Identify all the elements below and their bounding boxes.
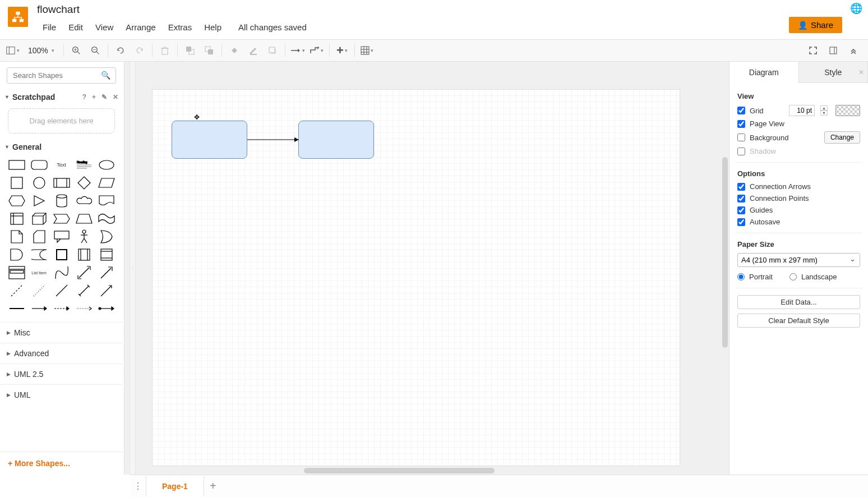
- guides-checkbox[interactable]: [737, 206, 745, 214]
- scratchpad-edit-icon[interactable]: ✎: [101, 93, 107, 101]
- category-misc[interactable]: ▶Misc: [0, 322, 123, 343]
- canvas-horizontal-scrollbar[interactable]: [304, 468, 495, 473]
- scratchpad-dropzone[interactable]: Drag elements here: [8, 108, 115, 134]
- zoom-select[interactable]: 100%▾: [22, 44, 60, 57]
- canvas-vertical-scrollbar[interactable]: [722, 157, 728, 348]
- format-panel-toggle[interactable]: [824, 42, 842, 59]
- menu-edit[interactable]: Edit: [63, 20, 89, 34]
- insert-button[interactable]: +▾: [333, 42, 351, 59]
- connection-style-button[interactable]: ▾: [289, 42, 307, 59]
- category-advanced[interactable]: ▶Advanced: [0, 343, 123, 363]
- to-back-button[interactable]: [200, 42, 218, 59]
- edit-data-button[interactable]: Edit Data...: [737, 295, 860, 309]
- sidebar-resize-handle[interactable]: ⋮: [130, 62, 136, 475]
- collapse-toolbar-button[interactable]: [844, 42, 862, 59]
- grid-color-button[interactable]: [835, 105, 860, 116]
- shape-dotted-line[interactable]: [29, 283, 49, 298]
- shape-link-dashed-arrow[interactable]: [52, 301, 72, 316]
- shape-frame-horizontal[interactable]: [96, 247, 117, 263]
- drawing-page[interactable]: ✥: [153, 90, 680, 466]
- pages-menu-button[interactable]: ⋮: [130, 481, 146, 491]
- shape-bidirectional-connector[interactable]: [74, 283, 94, 298]
- shape-link-arrow[interactable]: [29, 301, 49, 316]
- shape-note[interactable]: [7, 229, 27, 245]
- shape-process[interactable]: [52, 175, 72, 191]
- sidebar-scroll-track[interactable]: [124, 62, 130, 475]
- shape-arrow[interactable]: [96, 265, 117, 280]
- undo-button[interactable]: [112, 42, 130, 59]
- app-logo[interactable]: [8, 7, 28, 27]
- zoom-out-button[interactable]: [86, 42, 104, 59]
- shape-list-item[interactable]: List Item: [29, 265, 49, 280]
- scratchpad-help-icon[interactable]: ?: [82, 93, 86, 101]
- shape-list[interactable]: [7, 265, 27, 280]
- menu-extras[interactable]: Extras: [163, 20, 198, 34]
- shape-or[interactable]: [96, 229, 117, 245]
- shape-diamond[interactable]: [74, 175, 94, 191]
- menu-help[interactable]: Help: [198, 20, 227, 34]
- waypoint-style-button[interactable]: ▾: [308, 42, 326, 59]
- shape-line[interactable]: [52, 283, 72, 298]
- shape-container[interactable]: [52, 247, 72, 263]
- language-icon[interactable]: 🌐: [850, 2, 862, 15]
- menu-view[interactable]: View: [90, 20, 119, 34]
- shape-trapezoid[interactable]: [74, 211, 94, 227]
- tab-diagram[interactable]: Diagram: [730, 62, 799, 83]
- menu-arrange[interactable]: Arrange: [120, 20, 161, 34]
- share-button[interactable]: 👤 Share: [789, 17, 842, 33]
- shape-triangle[interactable]: [29, 193, 49, 209]
- shape-square[interactable]: [7, 175, 27, 191]
- shape-callout[interactable]: [52, 229, 72, 245]
- document-title[interactable]: flowchart: [37, 3, 312, 16]
- shape-data-storage[interactable]: [29, 247, 49, 263]
- scratchpad-header[interactable]: ▼ Scratchpad ? + ✎ ✕: [0, 89, 123, 105]
- autosave-checkbox[interactable]: [737, 218, 745, 226]
- tab-style[interactable]: Style✕: [799, 62, 869, 82]
- clear-default-style-button[interactable]: Clear Default Style: [737, 314, 860, 328]
- shape-card[interactable]: [29, 229, 49, 245]
- shape-tape[interactable]: [96, 211, 117, 227]
- shape-cylinder[interactable]: [52, 193, 72, 209]
- shape-hexagon[interactable]: [7, 193, 27, 209]
- shape-curve[interactable]: [52, 265, 72, 280]
- general-header[interactable]: ▼ General: [0, 139, 123, 155]
- orientation-landscape-radio[interactable]: [789, 273, 797, 280]
- diagram-edge[interactable]: [247, 136, 301, 144]
- shape-rounded-rectangle[interactable]: [29, 157, 49, 173]
- paper-size-select[interactable]: A4 (210 mm x 297 mm): [737, 253, 860, 267]
- scratchpad-add-icon[interactable]: +: [92, 93, 96, 101]
- shape-frame-vertical[interactable]: [74, 247, 94, 263]
- close-icon[interactable]: ✕: [858, 68, 864, 76]
- shadow-button[interactable]: [264, 42, 281, 59]
- shape-cube[interactable]: [29, 211, 49, 227]
- shape-link-segment[interactable]: [96, 301, 117, 316]
- grid-checkbox[interactable]: [737, 107, 745, 114]
- shape-parallelogram[interactable]: [96, 175, 117, 191]
- background-change-button[interactable]: Change: [824, 131, 860, 144]
- delete-button[interactable]: [156, 42, 174, 59]
- diagram-node-2[interactable]: [298, 121, 374, 159]
- shape-dashed-line[interactable]: [7, 283, 27, 298]
- canvas[interactable]: ✥: [136, 62, 729, 475]
- grid-size-input[interactable]: [789, 105, 815, 116]
- view-sidebar-toggle[interactable]: ▾: [3, 42, 21, 59]
- shape-textbox[interactable]: Heading: [74, 157, 94, 173]
- grid-step-down[interactable]: ▼: [820, 111, 828, 116]
- diagram-node-1[interactable]: [172, 121, 247, 159]
- page-tab-1[interactable]: Page-1: [146, 476, 204, 496]
- table-button[interactable]: ▾: [358, 42, 376, 59]
- redo-button[interactable]: [131, 42, 149, 59]
- search-shapes-input[interactable]: [7, 67, 116, 84]
- shape-text[interactable]: Text: [52, 157, 72, 173]
- conn-points-checkbox[interactable]: [737, 195, 745, 203]
- zoom-in-button[interactable]: [67, 42, 85, 59]
- menu-file[interactable]: File: [37, 20, 62, 34]
- shape-and[interactable]: [7, 247, 27, 263]
- fill-color-button[interactable]: [225, 42, 243, 59]
- shape-bidirectional-arrow[interactable]: [74, 265, 94, 280]
- shape-internal-storage[interactable]: [7, 211, 27, 227]
- line-color-button[interactable]: [244, 42, 262, 59]
- shape-circle[interactable]: [29, 175, 49, 191]
- orientation-portrait-radio[interactable]: [737, 273, 745, 280]
- shape-link-dotted[interactable]: [74, 301, 94, 316]
